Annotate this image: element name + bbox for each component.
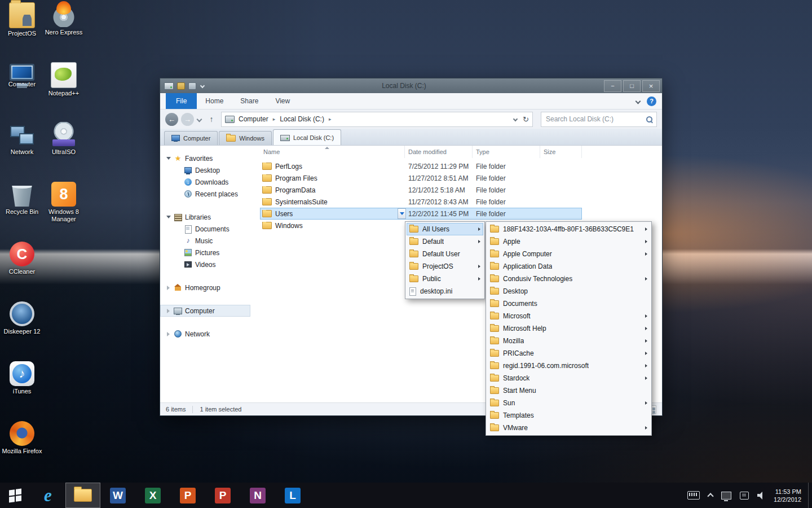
menu-item[interactable]: Default: [407, 235, 483, 248]
file-row[interactable]: Users 12/2/2012 11:45 PM File folder: [260, 208, 582, 220]
expander-icon[interactable]: [166, 332, 171, 336]
submenu-item[interactable]: Microsoft: [487, 310, 650, 322]
taskbar-app-button[interactable]: W: [100, 483, 135, 508]
submenu-item[interactable]: Stardock: [487, 372, 650, 384]
ribbon-tab[interactable]: Home: [197, 93, 232, 109]
network-tray-icon[interactable]: [721, 492, 731, 500]
desktop-icon[interactable]: Mozilla Firefox: [1, 421, 43, 481]
sidebar-item[interactable]: Network: [160, 328, 250, 340]
submenu-item[interactable]: Application Data: [487, 260, 650, 273]
sidebar-item[interactable]: Libraries: [160, 211, 250, 223]
ribbon-tab[interactable]: View: [267, 93, 298, 109]
expander-icon[interactable]: [166, 157, 171, 160]
folder-tab[interactable]: Computer: [164, 131, 218, 145]
expander-icon[interactable]: [166, 286, 171, 290]
menu-item[interactable]: All Users: [407, 223, 483, 235]
volume-icon[interactable]: [757, 492, 765, 499]
taskbar-app-button[interactable]: P: [170, 483, 205, 508]
back-button[interactable]: ←: [165, 113, 178, 126]
submenu-item[interactable]: Templates: [487, 409, 650, 422]
submenu-item[interactable]: Apple Computer: [487, 248, 650, 260]
address-dropdown-chevron-icon[interactable]: [513, 117, 518, 121]
qat-new-folder-icon[interactable]: [188, 82, 196, 90]
recent-locations-chevron-icon[interactable]: [197, 116, 202, 122]
desktop-icon[interactable]: Computer: [1, 62, 43, 122]
desktop-icon[interactable]: CCleaner: [1, 242, 43, 301]
submenu-item[interactable]: Mozilla: [487, 335, 650, 347]
folder-tab[interactable]: Windows: [219, 131, 272, 145]
sidebar-item[interactable]: Favorites: [160, 152, 250, 164]
taskbar-app-button[interactable]: N: [240, 483, 275, 508]
sidebar-item[interactable]: Downloads: [160, 176, 250, 188]
sidebar-item[interactable]: Computer: [160, 305, 250, 317]
desktop-icon[interactable]: Diskeeper 12: [1, 301, 43, 361]
minimize-button[interactable]: [604, 80, 621, 92]
submenu-item[interactable]: Start Menu: [487, 384, 650, 397]
qat-properties-icon[interactable]: [177, 82, 185, 90]
close-button[interactable]: [642, 80, 660, 92]
tray-status-icon[interactable]: [740, 492, 749, 500]
up-button[interactable]: ↑: [205, 113, 218, 126]
menu-item[interactable]: ProjectOS: [407, 260, 483, 273]
desktop-icon[interactable]: ProjectOS: [1, 2, 43, 62]
column-header[interactable]: Name: [260, 146, 405, 158]
submenu-item[interactable]: Apple: [487, 235, 650, 248]
column-header[interactable]: Date modified: [405, 146, 473, 158]
sidebar-item[interactable]: Pictures: [160, 247, 250, 259]
folder-dropdown-button[interactable]: [398, 208, 406, 219]
address-bar[interactable]: ComputerLocal Disk (C:): [221, 112, 533, 127]
expander-icon[interactable]: [166, 309, 171, 313]
desktop-icon[interactable]: Nero Express: [43, 2, 85, 62]
taskbar-app-button[interactable]: X: [135, 483, 170, 508]
sidebar-item[interactable]: Recent places: [160, 188, 250, 200]
menu-item[interactable]: Public: [407, 273, 483, 285]
touch-keyboard-icon[interactable]: [687, 491, 700, 500]
breadcrumb-segment[interactable]: Local Disk (C:): [280, 115, 336, 123]
desktop-icon[interactable]: Notepad++: [43, 62, 85, 122]
desktop-icon[interactable]: UltraISO: [43, 122, 85, 182]
file-row[interactable]: PerfLogs 7/25/2012 11:29 PM File folder: [260, 160, 582, 172]
start-button[interactable]: [0, 483, 30, 508]
submenu-item[interactable]: Microsoft Help: [487, 322, 650, 335]
folder-tab[interactable]: Local Disk (C:): [273, 129, 341, 145]
taskbar-app-button[interactable]: e: [30, 483, 65, 508]
submenu-item[interactable]: regid.1991-06.com.microsoft: [487, 360, 650, 372]
menu-item[interactable]: Default User: [407, 248, 483, 260]
submenu-item[interactable]: Sun: [487, 397, 650, 409]
submenu-item[interactable]: Documents: [487, 297, 650, 310]
sidebar-item[interactable]: Documents: [160, 223, 250, 235]
ribbon-tab[interactable]: Share: [232, 93, 267, 109]
show-desktop-button[interactable]: [808, 483, 812, 508]
file-row[interactable]: ProgramData 12/1/2012 5:18 AM File folde…: [260, 184, 582, 196]
title-bar[interactable]: Local Disk (C:): [160, 78, 662, 93]
submenu-item[interactable]: Condusiv Technologies: [487, 273, 650, 285]
window-system-icon[interactable]: [164, 82, 174, 90]
ribbon-file-tab[interactable]: File: [166, 93, 197, 109]
column-header[interactable]: Type: [473, 146, 540, 158]
sidebar-item[interactable]: Videos: [160, 259, 250, 270]
submenu-item[interactable]: VMware: [487, 422, 650, 434]
submenu-item[interactable]: Desktop: [487, 285, 650, 297]
maximize-button[interactable]: [623, 80, 641, 92]
expander-icon[interactable]: [166, 216, 171, 218]
submenu-item[interactable]: 188F1432-103A-4ffb-80F1-36B633C5C9E1: [487, 223, 650, 235]
menu-item[interactable]: desktop.ini: [407, 285, 483, 297]
submenu-item[interactable]: PRICache: [487, 347, 650, 360]
file-row[interactable]: SysinternalsSuite 11/27/2012 8:43 AM Fil…: [260, 196, 582, 208]
search-icon[interactable]: [646, 116, 653, 123]
sidebar-item[interactable]: Desktop: [160, 164, 250, 176]
desktop-icon[interactable]: Recycle Bin: [1, 182, 43, 242]
taskbar-clock[interactable]: 11:53 PM 12/2/2012: [774, 488, 801, 503]
expand-ribbon-chevron-icon[interactable]: [636, 98, 641, 104]
taskbar-app-button[interactable]: P: [205, 483, 240, 508]
breadcrumb-segment[interactable]: Computer: [239, 115, 280, 123]
taskbar-app-button[interactable]: [65, 483, 100, 508]
show-hidden-icons-chevron-icon[interactable]: [707, 493, 713, 499]
taskbar-app-button[interactable]: L: [275, 483, 310, 508]
help-icon[interactable]: [647, 97, 656, 106]
search-input[interactable]: [545, 115, 646, 124]
column-header[interactable]: Size: [540, 146, 582, 158]
desktop-icon[interactable]: Network: [1, 122, 43, 182]
desktop-icon[interactable]: iTunes: [1, 361, 43, 421]
forward-button[interactable]: →: [181, 113, 194, 126]
